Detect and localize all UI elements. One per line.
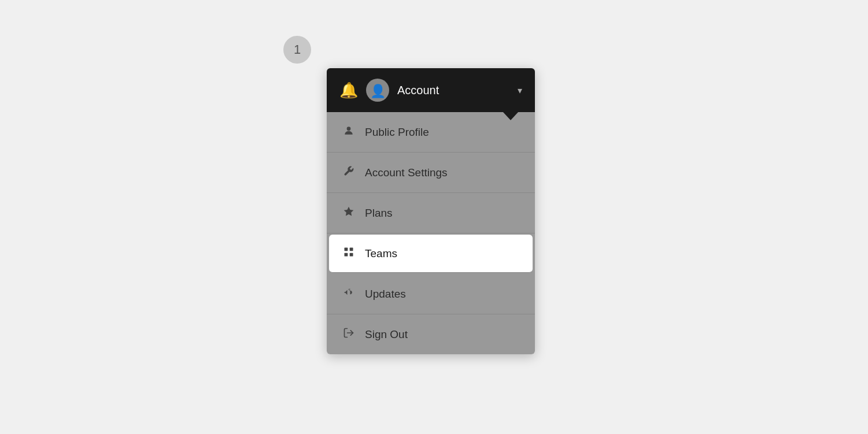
menu-label-updates: Updates — [365, 288, 406, 301]
avatar: 👤 — [366, 79, 389, 102]
dropdown-menu: Public Profile Account Settings Plans — [327, 112, 535, 354]
person-icon — [342, 125, 356, 139]
svg-rect-3 — [350, 248, 353, 251]
menu-item-sign-out[interactable]: Sign Out — [327, 314, 535, 354]
svg-rect-5 — [350, 253, 353, 257]
megaphone-icon — [342, 287, 356, 301]
menu-label-plans: Plans — [365, 207, 393, 220]
menu-label-sign-out: Sign Out — [365, 328, 408, 341]
menu-label-public-profile: Public Profile — [365, 126, 429, 139]
account-label: Account — [397, 84, 508, 97]
wrench-icon — [342, 165, 356, 180]
teams-icon — [342, 246, 356, 261]
dropdown-container: 🔔 👤 Account ▾ Public Profile Account S — [327, 68, 535, 354]
menu-item-updates[interactable]: Updates — [327, 274, 535, 314]
dropdown-header[interactable]: 🔔 👤 Account ▾ — [327, 68, 535, 112]
bell-icon[interactable]: 🔔 — [339, 81, 358, 99]
signout-icon — [342, 327, 356, 342]
menu-item-plans[interactable]: Plans — [327, 193, 535, 233]
step-badge: 1 — [283, 36, 311, 64]
avatar-person-icon: 👤 — [370, 84, 386, 99]
chevron-down-icon: ▾ — [518, 85, 522, 96]
menu-item-account-settings[interactable]: Account Settings — [327, 153, 535, 193]
svg-marker-1 — [344, 207, 354, 216]
menu-item-teams[interactable]: Teams — [329, 235, 533, 273]
svg-rect-2 — [345, 248, 348, 251]
svg-rect-4 — [345, 253, 348, 257]
menu-label-teams: Teams — [365, 247, 397, 260]
star-icon — [342, 206, 356, 220]
menu-label-account-settings: Account Settings — [365, 166, 448, 179]
svg-point-0 — [347, 127, 351, 131]
